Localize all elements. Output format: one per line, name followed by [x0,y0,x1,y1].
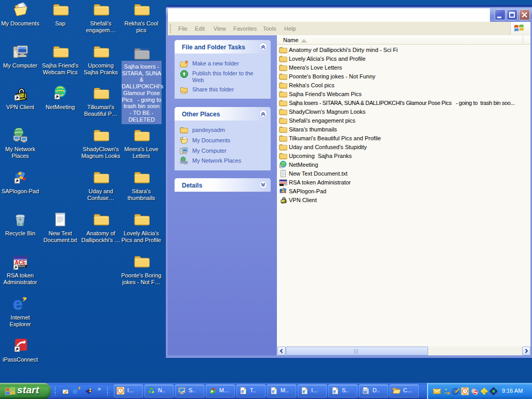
svg-text:e: e [13,295,22,312]
svg-text:e: e [73,387,77,395]
svg-text:e: e [302,389,305,394]
svg-text:Server: Server [18,265,25,268]
svg-text:e: e [333,389,336,394]
svg-text:W: W [363,390,367,394]
svg-text:e: e [241,389,244,394]
svg-text:e: e [272,389,275,394]
